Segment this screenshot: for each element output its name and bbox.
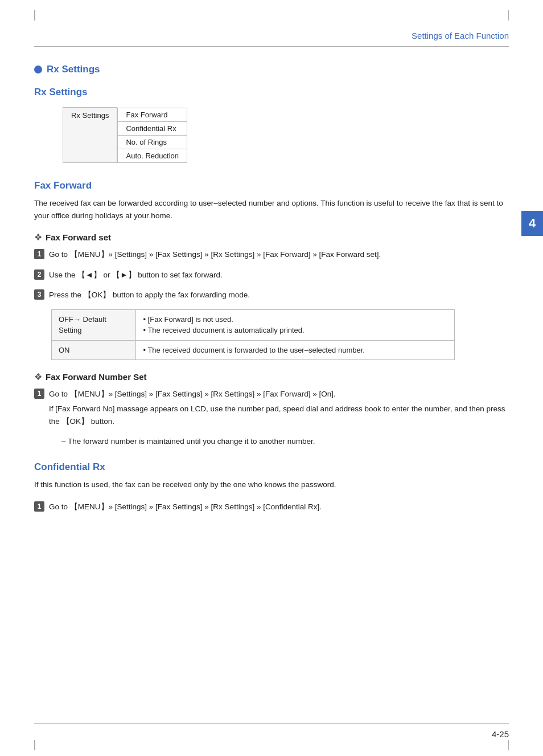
diamond-icon: ❖ [34,232,42,243]
step-2: 2 Use the 【◄】 or 【►】 button to set fax f… [34,269,509,281]
fax-forward-title: Fax Forward [34,180,509,191]
step-2-num: 2 [34,269,44,280]
header-title: Settings of Each Function [412,31,509,40]
chapter-number: 4 [529,216,536,231]
dash-note: – The forward number is maintained until… [61,435,509,448]
on-value: • The received document is forwarded to … [136,340,454,360]
menu-item-fax-forward: Fax Forward [118,108,187,121]
step-3-num: 3 [34,289,44,300]
confidential-step-1-num: 1 [34,501,44,512]
rx-settings-subsection-title: Rx Settings [34,87,509,98]
fax-forward-number-set-heading: ❖ Fax Forward Number Set [34,371,509,382]
chapter-tab: 4 [521,211,543,236]
step-3: 3 Press the 【OK】 button to apply the fax… [34,289,509,301]
on-label: ON [52,340,136,360]
menu-root-cell: Rx Settings [63,108,117,163]
menu-tree-container: Rx Settings Fax Forward Confidential Rx … [51,107,509,163]
menu-item-auto-reduction: Auto. Reduction [118,149,187,162]
step-1-num: 1 [34,249,44,259]
menu-items-table: Fax Forward Confidential Rx No. of Rings… [117,108,187,163]
table-row-on: ON • The received document is forwarded … [52,340,455,360]
step-2-text: Use the 【◄】 or 【►】 button to set fax for… [49,269,223,281]
fax-forward-set-heading: ❖ Fax Forward set [34,232,509,243]
page: Settings of Each Function Rx Settings Rx… [0,0,543,756]
step-1: 1 Go to 【MENU】» [Settings] » [Fax Settin… [34,248,509,261]
step-number-set-1-text: Go to 【MENU】» [Settings] » [Fax Settings… [49,388,509,427]
page-footer: 4-25 [34,723,509,739]
fax-forward-settings-table: OFF→ DefaultSetting • [Fax Forward] is n… [51,309,455,361]
page-number: 4-25 [492,729,509,739]
rx-settings-heading-text: Rx Settings [47,64,100,75]
menu-item-no-of-rings: No. of Rings [118,135,187,149]
confidential-rx-title: Confidential Rx [34,461,509,473]
confidential-rx-body: If this function is used, the fax can be… [34,479,509,491]
menu-tree-table: Rx Settings Fax Forward Confidential Rx … [63,107,187,163]
step-3-text: Press the 【OK】 button to apply the fax f… [49,289,250,301]
diamond-icon-2: ❖ [34,371,42,382]
page-header: Settings of Each Function [34,21,509,47]
fax-forward-set-label: Fax Forward set [46,232,111,242]
menu-item-confidential-rx: Confidential Rx [118,121,187,135]
step-1-text: Go to 【MENU】» [Settings] » [Fax Settings… [49,248,381,261]
confidential-step-1: 1 Go to 【MENU】» [Settings] » [Fax Settin… [34,501,509,513]
rx-settings-bullet-heading: Rx Settings [34,64,509,75]
blue-bullet-icon [34,66,42,73]
confidential-step-1-text: Go to 【MENU】» [Settings] » [Fax Settings… [49,501,322,513]
step-number-set-1-num: 1 [34,389,44,399]
off-value: • [Fax Forward] is not used. • The recei… [136,309,454,340]
off-label: OFF→ DefaultSetting [52,309,136,340]
table-row-off: OFF→ DefaultSetting • [Fax Forward] is n… [52,309,455,340]
fax-forward-number-set-label: Fax Forward Number Set [46,372,147,382]
step-number-set-1: 1 Go to 【MENU】» [Settings] » [Fax Settin… [34,388,509,427]
fax-forward-body: The received fax can be forwarded accord… [34,197,509,222]
